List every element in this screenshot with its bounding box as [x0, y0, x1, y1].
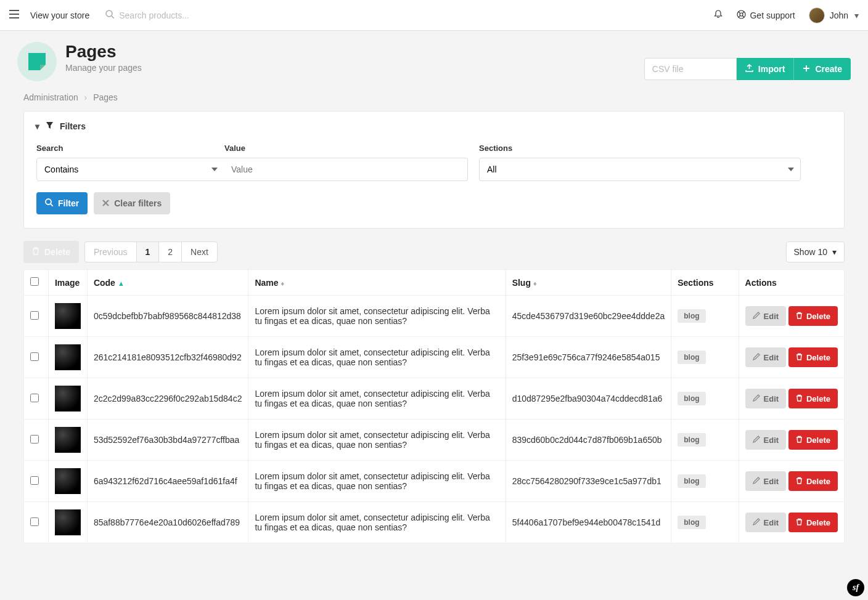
table-row: 2c2c2d99a83cc2296f0c292ab15d84c2 Lorem i… — [24, 378, 845, 420]
page-subtitle: Manage your pages — [65, 63, 142, 73]
row-code: 6a943212f62d716c4aee59af1d61fa4f — [87, 461, 248, 502]
page-size-label: Show 10 — [794, 247, 827, 257]
delete-button[interactable]: Delete — [788, 513, 838, 532]
search-type-select[interactable]: Contains — [36, 158, 224, 181]
edit-button[interactable]: Edit — [745, 513, 787, 532]
topbar: View your store Get support John ▾ — [0, 0, 868, 31]
delete-button[interactable]: Delete — [788, 306, 838, 326]
page-1[interactable]: 1 — [136, 241, 160, 262]
edit-label: Edit — [764, 394, 779, 403]
row-checkbox[interactable] — [30, 311, 39, 320]
filters-title: Filters — [60, 121, 86, 131]
sections-select[interactable]: All — [479, 158, 801, 181]
col-sections: Sections — [671, 270, 739, 296]
row-code: 53d52592ef76a30b3bd4a97277cffbaa — [87, 420, 248, 461]
row-code: 2c2c2d99a83cc2296f0c292ab15d84c2 — [87, 378, 248, 420]
row-name: Lorem ipsum dolor sit amet, consectetur … — [248, 461, 506, 502]
sections-label: Sections — [479, 144, 801, 153]
view-store-link[interactable]: View your store — [30, 10, 89, 20]
csv-file-input[interactable] — [644, 58, 737, 80]
section-tag: blog — [678, 516, 705, 529]
create-button[interactable]: Create — [794, 58, 851, 80]
notifications-icon[interactable] — [713, 9, 723, 21]
trash-icon — [32, 247, 39, 257]
row-slug: 28cc7564280290f733e9ce1c5a977db1 — [506, 461, 671, 502]
row-name: Lorem ipsum dolor sit amet, consectetur … — [248, 337, 506, 378]
table-row: 6a943212f62d716c4aee59af1d61fa4f Lorem i… — [24, 461, 845, 502]
trash-icon — [796, 436, 803, 445]
col-code[interactable]: Code▲ — [87, 270, 248, 296]
row-checkbox[interactable] — [30, 394, 39, 402]
page-2[interactable]: 2 — [158, 241, 182, 262]
row-slug: d10d87295e2fba90304a74cddecd81a6 — [506, 378, 671, 420]
trash-icon — [796, 312, 803, 321]
edit-button[interactable]: Edit — [745, 430, 787, 450]
col-slug[interactable]: Slug♦ — [506, 270, 671, 296]
breadcrumb-current: Pages — [93, 92, 118, 102]
row-checkbox[interactable] — [30, 476, 39, 485]
row-thumbnail — [55, 344, 81, 370]
col-image: Image — [48, 270, 87, 296]
user-name: John — [830, 10, 848, 20]
menu-toggle-icon[interactable] — [9, 10, 19, 20]
table-row: 0c59dcbefbb7babf989568c844812d38 Lorem i… — [24, 296, 845, 337]
page-size-dropdown[interactable]: Show 10 ▾ — [786, 241, 845, 262]
caret-down-icon: ▾ — [35, 121, 39, 131]
col-name[interactable]: Name♦ — [248, 270, 506, 296]
filter-icon — [46, 121, 54, 131]
page-icon — [17, 42, 57, 81]
row-checkbox[interactable] — [30, 352, 39, 361]
page-next[interactable]: Next — [181, 241, 218, 262]
svg-point-0 — [106, 10, 112, 17]
page-title: Pages — [65, 42, 142, 62]
page-prev[interactable]: Previous — [84, 241, 136, 262]
section-tag: blog — [678, 474, 705, 488]
delete-button[interactable]: Delete — [788, 471, 838, 491]
row-thumbnail — [55, 386, 81, 411]
edit-button[interactable]: Edit — [745, 347, 787, 367]
breadcrumb-admin[interactable]: Administration — [23, 92, 78, 102]
filter-button[interactable]: Filter — [36, 192, 88, 214]
trash-icon — [796, 353, 803, 362]
edit-button[interactable]: Edit — [745, 389, 787, 408]
search-icon — [45, 198, 53, 208]
import-label: Import — [758, 64, 785, 74]
delete-label: Delete — [806, 394, 830, 403]
row-slug: 45cde4536797d319e60bc29ee4ddde2a — [506, 296, 671, 337]
row-code: 261c214181e8093512cfb32f46980d92 — [87, 337, 248, 378]
row-checkbox[interactable] — [30, 517, 39, 526]
table-row: 85af88b7776e4e20a10d6026effad789 Lorem i… — [24, 502, 845, 543]
get-support-link[interactable]: Get support — [737, 10, 795, 21]
filters-toggle[interactable]: ▾ Filters — [24, 111, 844, 141]
section-tag: blog — [678, 309, 705, 323]
import-button[interactable]: Import — [737, 58, 795, 80]
trash-icon — [796, 518, 803, 527]
delete-button[interactable]: Delete — [788, 389, 838, 408]
section-tag: blog — [678, 351, 705, 364]
row-checkbox[interactable] — [30, 435, 39, 444]
select-all-checkbox[interactable] — [30, 277, 39, 286]
delete-button[interactable]: Delete — [788, 347, 838, 367]
delete-button[interactable]: Delete — [788, 430, 838, 450]
edit-label: Edit — [764, 312, 779, 321]
clear-filters-button[interactable]: Clear filters — [94, 192, 170, 214]
row-code: 85af88b7776e4e20a10d6026effad789 — [87, 502, 248, 543]
row-name: Lorem ipsum dolor sit amet, consectetur … — [248, 502, 506, 543]
upload-icon — [745, 64, 753, 74]
edit-button[interactable]: Edit — [745, 306, 787, 326]
user-menu[interactable]: John ▾ — [809, 7, 859, 23]
edit-label: Edit — [764, 477, 779, 486]
pages-table: Image Code▲ Name♦ Slug♦ Sections Actions… — [23, 269, 845, 543]
caret-down-icon: ▾ — [832, 247, 837, 257]
svg-line-1 — [112, 16, 114, 18]
delete-label: Delete — [806, 518, 830, 527]
product-search-input[interactable] — [119, 10, 230, 20]
table-toolbar: Delete Previous 1 2 Next Show 10 ▾ — [23, 241, 845, 263]
edit-button[interactable]: Edit — [745, 471, 787, 491]
row-slug: 839cd60b0c2d044c7d87fb069b1a650b — [506, 420, 671, 461]
chevron-right-icon: › — [84, 92, 88, 102]
search-value-input[interactable] — [224, 158, 468, 181]
edit-label: Edit — [764, 436, 779, 445]
delete-label: Delete — [806, 312, 830, 321]
support-label: Get support — [750, 10, 795, 20]
